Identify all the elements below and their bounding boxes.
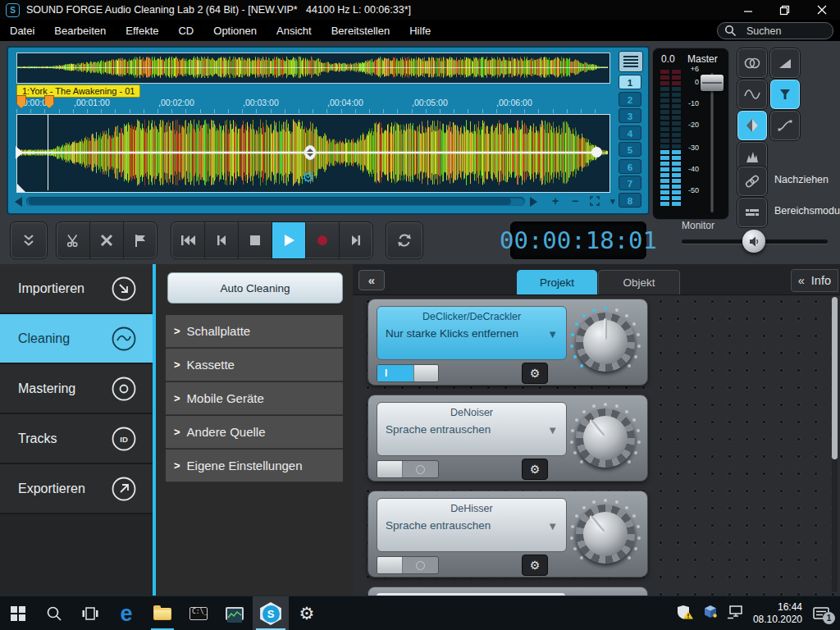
sidebar-item-exportieren[interactable]: Exportieren <box>0 464 153 514</box>
defender-shield-icon[interactable] <box>676 604 694 623</box>
wave-view-button[interactable] <box>737 79 768 110</box>
menu-hilfe[interactable]: Hilfe <box>409 25 431 37</box>
menu-bearbeiten[interactable]: Bearbeiten <box>54 25 106 37</box>
fade-tool-button[interactable] <box>769 48 801 79</box>
skip-to-start-button[interactable] <box>171 222 205 258</box>
declicker-toggle[interactable]: I <box>377 364 439 382</box>
menu-cd[interactable]: CD <box>178 25 194 37</box>
sidebar-item-tracks[interactable]: Tracks ID <box>0 414 153 464</box>
marker-button[interactable] <box>124 222 157 258</box>
zoom-in-button[interactable]: + <box>548 194 563 208</box>
denoiser-knob[interactable] <box>572 404 639 472</box>
cut-button[interactable] <box>57 222 90 258</box>
cursor-tool-button[interactable] <box>737 110 768 141</box>
wave-scrollbar-thumb[interactable] <box>29 198 511 205</box>
menu-bereitstellen[interactable]: Bereitstellen <box>331 25 390 37</box>
bereichsmodus-button[interactable] <box>737 197 768 228</box>
wave-scrollbar[interactable] <box>26 197 525 206</box>
menu-effekte[interactable]: Effekte <box>126 25 158 37</box>
category-kassette[interactable]: >Kassette <box>166 349 343 381</box>
notification-center-button[interactable]: 1 <box>810 603 832 624</box>
record-button[interactable] <box>306 222 340 258</box>
next-button[interactable] <box>340 222 372 258</box>
menu-ansicht[interactable]: Ansicht <box>276 25 312 37</box>
edge-button[interactable]: e <box>108 596 144 630</box>
curve-tool-button[interactable] <box>769 110 801 141</box>
denoiser-settings-button[interactable]: ⚙ <box>522 459 548 480</box>
zoom-out-button[interactable]: − <box>568 194 582 208</box>
master-fader-track[interactable] <box>710 73 714 212</box>
auto-cleaning-button[interactable]: Auto Cleaning <box>167 272 343 304</box>
tab-projekt[interactable]: Projekt <box>517 270 597 294</box>
system-monitor-button[interactable] <box>217 596 253 630</box>
track-tab-3[interactable]: 3 <box>619 108 641 123</box>
track-tab-8[interactable]: 8 <box>619 193 641 208</box>
timeline-ruler[interactable]: 00:00:00 ,00:01:00 ,00:02:00 ,00:03:00 ,… <box>16 97 609 113</box>
track-tab-7[interactable]: 7 <box>619 176 641 190</box>
sidebar-item-importieren[interactable]: Importieren <box>0 264 153 314</box>
plugin-scrollbar[interactable] <box>832 297 838 592</box>
tab-objekt[interactable]: Objekt <box>598 270 680 294</box>
scroll-left-icon[interactable] <box>15 197 22 207</box>
command-prompt-button[interactable]: C:\_ <box>180 596 217 630</box>
track-tab-1[interactable]: 1 <box>619 75 641 89</box>
waveform-overview[interactable] <box>16 52 610 84</box>
network-icon[interactable] <box>727 605 745 623</box>
previous-button[interactable] <box>205 222 239 258</box>
sidebar-item-cleaning[interactable]: Cleaning <box>0 314 153 364</box>
declicker-knob[interactable] <box>572 308 639 376</box>
restore-button[interactable] <box>766 0 803 20</box>
plugin-scrollbar-thumb[interactable] <box>832 297 838 459</box>
wave-settings-gear-icon[interactable]: ⚙ <box>302 171 314 185</box>
clip-label[interactable]: 1:York - The Awakening - 01 <box>16 84 140 98</box>
zoom-fit-button[interactable] <box>587 194 602 208</box>
dehisser-preset-dropdown[interactable]: DeHisser Sprache entrauschen ▼ <box>377 498 567 552</box>
settings-button[interactable]: ⚙ <box>289 596 325 630</box>
master-fader-handle[interactable] <box>701 75 724 91</box>
funnel-tool-button[interactable] <box>769 79 801 110</box>
loop-button[interactable] <box>386 221 423 259</box>
volume-center-handle[interactable] <box>304 145 316 160</box>
volume-line-right-handle[interactable] <box>591 147 602 158</box>
monitor-slider-handle[interactable] <box>742 230 765 253</box>
stop-button[interactable] <box>239 222 272 258</box>
category-mobile-geraete[interactable]: >Mobile Geräte <box>166 382 343 415</box>
track-tab-2[interactable]: 2 <box>619 92 641 107</box>
file-explorer-button[interactable] <box>144 596 180 630</box>
declicker-preset-dropdown[interactable]: DeClicker/DeCrackler Nur starke Klicks e… <box>377 306 567 360</box>
play-button[interactable] <box>272 222 306 258</box>
category-schallplatte[interactable]: >Schallplatte <box>166 315 343 348</box>
dehisser-knob[interactable] <box>572 500 639 568</box>
category-andere-quelle[interactable]: >Andere Quelle <box>166 416 343 449</box>
search-input[interactable] <box>745 25 814 38</box>
taskbar-clock[interactable]: 16:44 08.10.2020 <box>753 601 802 626</box>
sidebar-item-mastering[interactable]: Mastering <box>0 364 153 414</box>
dehisser-settings-button[interactable]: ⚙ <box>522 555 548 576</box>
track-tab-4[interactable]: 4 <box>619 126 641 140</box>
volume-line-left-handle[interactable] <box>16 146 23 159</box>
start-button[interactable] <box>0 596 36 630</box>
denoiser-toggle[interactable] <box>377 460 439 478</box>
virtualbox-icon[interactable] <box>702 604 719 623</box>
task-view-button[interactable] <box>72 596 108 630</box>
nachziehen-button[interactable] <box>737 166 768 197</box>
menu-datei[interactable]: Datei <box>10 25 34 37</box>
close-button[interactable] <box>803 0 840 20</box>
menu-optionen[interactable]: Optionen <box>213 25 257 37</box>
taskbar-search-button[interactable] <box>36 596 72 630</box>
scroll-right-icon[interactable] <box>530 197 537 207</box>
collapse-panel-button[interactable]: « <box>358 270 385 290</box>
declicker-settings-button[interactable]: ⚙ <box>522 363 548 384</box>
delete-button[interactable] <box>90 222 124 258</box>
denoiser-preset-dropdown[interactable]: DeNoiser Sprache entrauschen ▼ <box>377 402 567 456</box>
info-panel-button[interactable]: « Info <box>791 269 838 292</box>
track-menu-icon[interactable] <box>619 51 643 72</box>
stereo-mode-button[interactable] <box>737 48 768 79</box>
sound-forge-button[interactable]: S <box>253 596 289 630</box>
collapse-transport-button[interactable] <box>10 221 48 259</box>
dehisser-toggle[interactable] <box>377 556 439 574</box>
corner-handle[interactable] <box>17 184 25 192</box>
waveform-main[interactable]: ⚙ <box>16 114 610 193</box>
category-eigene-einstellungen[interactable]: >Eigene Einstellungen <box>166 450 343 482</box>
minimize-button[interactable] <box>729 0 766 20</box>
